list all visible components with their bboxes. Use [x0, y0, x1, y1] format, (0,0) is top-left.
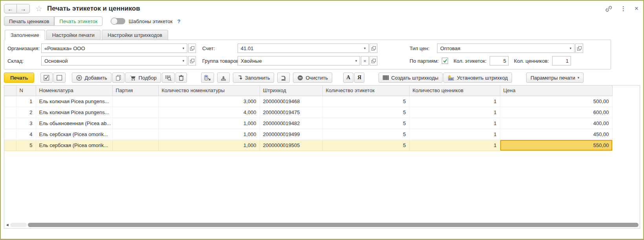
print-price-tags-mode-button[interactable]: Печать ценников: [4, 16, 54, 26]
organization-field[interactable]: «Ромашка» ООО ▾: [41, 44, 187, 53]
scrollbar-track[interactable]: [10, 223, 27, 227]
header-labels-qty[interactable]: Количество этикеток: [322, 85, 409, 96]
cell-n[interactable]: 5: [16, 140, 36, 151]
table-row[interactable]: 3 Ель обыкновенная (Picea ab... 1,000 20…: [4, 118, 612, 129]
price-type-field[interactable]: Оптовая ▾: [437, 44, 574, 53]
cell-price[interactable]: 600,00: [500, 107, 612, 118]
tab-print-settings[interactable]: Настройки печати: [46, 30, 101, 40]
back-button[interactable]: ←: [4, 4, 17, 13]
delete-row-button[interactable]: [176, 73, 187, 83]
print-button[interactable]: Печать: [4, 73, 34, 83]
cell-marker[interactable]: [4, 129, 16, 140]
cell-n[interactable]: 1: [16, 96, 36, 107]
cell-labels-qty[interactable]: 5: [322, 118, 409, 129]
fill-selected-button[interactable]: [277, 73, 290, 83]
product-group-clear-button[interactable]: ×: [361, 56, 369, 65]
cell-nomenclature[interactable]: Ель колючая Picea pungens...: [36, 107, 112, 118]
cell-barcode[interactable]: 2000000019499: [260, 129, 322, 140]
cell-quantity[interactable]: 1,000: [158, 118, 260, 129]
organization-open-button[interactable]: [188, 44, 196, 53]
cell-barcode[interactable]: 2000000019482: [260, 118, 322, 129]
by-batch-checkbox[interactable]: [442, 58, 448, 64]
print-labels-mode-button[interactable]: Печать этикеток: [54, 16, 102, 26]
header-quantity[interactable]: Количество номенклатуры: [158, 85, 260, 96]
chevron-down-icon[interactable]: ▾: [180, 59, 187, 63]
load-from-scales-button[interactable]: [217, 73, 230, 83]
chevron-down-icon[interactable]: ▾: [353, 59, 360, 63]
cell-price-active[interactable]: 550,00: [500, 140, 612, 151]
header-barcode[interactable]: Штрихкод: [260, 85, 322, 96]
forward-button[interactable]: →: [17, 4, 30, 13]
cell-batch[interactable]: [112, 118, 158, 129]
cell-marker[interactable]: [4, 107, 16, 118]
label-templates-toggle[interactable]: [111, 18, 125, 24]
cell-quantity[interactable]: 4,000: [158, 107, 260, 118]
header-batch[interactable]: Партия: [112, 85, 158, 96]
cell-labels-qty[interactable]: 5: [322, 107, 409, 118]
sort-asc-button[interactable]: А: [343, 73, 353, 83]
cell-nomenclature[interactable]: Ель колючая Picea pungens...: [36, 96, 112, 107]
account-field[interactable]: 41.01 ▾: [238, 44, 369, 53]
cell-marker[interactable]: [4, 118, 16, 129]
sort-desc-button[interactable]: Я: [354, 73, 364, 83]
load-from-terminal-button[interactable]: [201, 73, 214, 83]
cell-batch[interactable]: [112, 96, 158, 107]
chevron-down-icon[interactable]: ▾: [567, 46, 574, 50]
tab-fill[interactable]: Заполнение: [5, 30, 45, 40]
product-group-field[interactable]: Хвойные ▾: [238, 56, 360, 65]
header-nomenclature[interactable]: Номенклатура: [36, 85, 112, 96]
cell-labels-qty[interactable]: 5: [322, 140, 409, 151]
favorite-star-icon[interactable]: ☆: [35, 5, 42, 13]
header-n[interactable]: N: [16, 85, 36, 96]
pick-button[interactable]: Подбор: [125, 73, 161, 83]
set-barcode-button[interactable]: Установить штрихкод: [443, 73, 512, 83]
cell-price[interactable]: 400,00: [500, 118, 612, 129]
copy-row-button[interactable]: [112, 73, 124, 83]
cell-batch[interactable]: [112, 107, 158, 118]
scrollbar-thumb[interactable]: [28, 223, 639, 227]
labels-count-input[interactable]: 5: [490, 56, 509, 65]
cell-tags-qty[interactable]: 1: [409, 129, 500, 140]
tags-count-input[interactable]: 1: [552, 56, 571, 65]
cell-n[interactable]: 4: [16, 129, 36, 140]
print-params-button[interactable]: Параметры печати ▾: [526, 73, 584, 83]
help-link[interactable]: ?: [177, 18, 180, 24]
cell-batch[interactable]: [112, 129, 158, 140]
cell-barcode[interactable]: 2000000019468: [260, 96, 322, 107]
cell-tags-qty[interactable]: 1: [409, 140, 500, 151]
table-row[interactable]: 1 Ель колючая Picea pungens... 3,000 200…: [4, 96, 612, 107]
more-menu-icon[interactable]: ⋮: [620, 5, 627, 12]
scroll-left-arrow-icon[interactable]: ◀: [5, 223, 9, 227]
add-button[interactable]: Добавить: [72, 73, 111, 83]
cell-n[interactable]: 3: [16, 118, 36, 129]
cell-tags-qty[interactable]: 1: [409, 107, 500, 118]
table-row[interactable]: 2 Ель колючая Picea pungens... 4,000 200…: [4, 107, 612, 118]
cell-nomenclature[interactable]: Ель обыкновенная (Picea ab...: [36, 118, 112, 129]
table-row[interactable]: 4 Ель сербская (Picea omorik... 1,000 20…: [4, 129, 612, 140]
cell-price[interactable]: 450,00: [500, 129, 612, 140]
warehouse-open-button[interactable]: [188, 56, 196, 65]
cell-barcode[interactable]: 2000000019505: [260, 140, 322, 151]
cell-nomenclature[interactable]: Ель сербская (Picea omorik...: [36, 129, 112, 140]
cell-marker[interactable]: [4, 140, 16, 151]
cell-barcode[interactable]: 2000000019475: [260, 107, 322, 118]
create-barcodes-button[interactable]: Создать штрихкоды: [379, 73, 443, 83]
header-tags-qty[interactable]: Количество ценников: [409, 85, 500, 96]
check-all-button[interactable]: [40, 73, 53, 83]
cell-tags-qty[interactable]: 1: [409, 118, 500, 129]
cell-quantity[interactable]: 1,000: [158, 129, 260, 140]
cell-tags-qty[interactable]: 1: [409, 96, 500, 107]
chevron-down-icon[interactable]: ▾: [180, 46, 187, 50]
cell-marker[interactable]: [4, 96, 16, 107]
chevron-down-icon[interactable]: ▾: [361, 46, 368, 50]
cell-quantity[interactable]: 1,000: [158, 140, 260, 151]
cell-labels-qty[interactable]: 5: [322, 129, 409, 140]
horizontal-scrollbar[interactable]: ◀: [5, 222, 639, 227]
price-type-open-button[interactable]: [575, 44, 583, 53]
product-group-open-button[interactable]: [370, 56, 377, 65]
account-open-button[interactable]: [370, 44, 377, 53]
tab-barcode-settings[interactable]: Настройки штрихкодов: [102, 30, 168, 40]
cell-quantity[interactable]: 3,000: [158, 96, 260, 107]
clear-button[interactable]: Очистить: [293, 73, 332, 83]
cell-nomenclature[interactable]: Ель сербская (Picea omorik...: [36, 140, 112, 151]
